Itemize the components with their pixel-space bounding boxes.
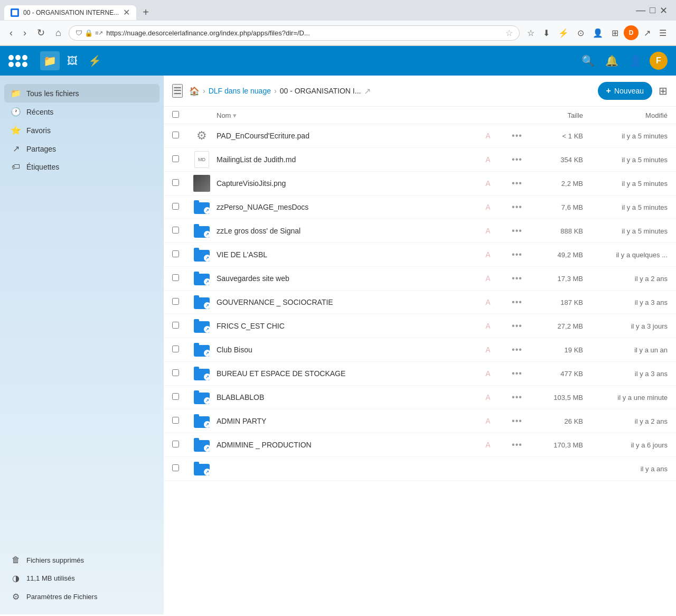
notifications-button[interactable]: 🔔	[602, 51, 622, 70]
file-actions-button[interactable]: •••	[512, 393, 522, 402]
row-checkbox[interactable]	[172, 464, 179, 471]
sync-button[interactable]: ⊙	[574, 26, 587, 40]
row-checkbox[interactable]	[172, 274, 179, 281]
search-button[interactable]: 🔍	[578, 51, 598, 70]
sidebar-item-settings[interactable]: ⚙ Paramètres de Fichiers	[4, 587, 159, 606]
file-name[interactable]: MailingList de Judith.md	[217, 155, 296, 164]
download-button[interactable]: ⬇	[540, 26, 553, 40]
photos-nav-icon[interactable]: 🖼	[64, 52, 81, 70]
grid-apps-button[interactable]: ⊞	[608, 26, 622, 40]
row-checkbox[interactable]	[172, 322, 179, 329]
file-actions-button[interactable]: •••	[512, 202, 522, 211]
file-name[interactable]: CaptureVisioJitsi.png	[217, 179, 286, 188]
nextcloud-logo[interactable]	[8, 55, 27, 67]
profile-button[interactable]: ↗	[641, 26, 654, 40]
file-name[interactable]: GOUVERNANCE _ SOCIOCRATIE	[217, 298, 333, 306]
new-tab-button[interactable]: +	[138, 4, 153, 21]
file-actions-button[interactable]: •••	[512, 416, 522, 425]
file-name[interactable]: PAD_EnCoursd'Ecriture.pad	[217, 132, 309, 140]
sidebar-item-all-files[interactable]: 📁 Tous les fichiers	[4, 84, 159, 102]
toggle-sidebar-button[interactable]: ☰	[172, 84, 183, 98]
file-actions-button[interactable]: •••	[512, 155, 522, 164]
star-icon[interactable]: ☆	[505, 28, 513, 38]
file-name[interactable]: ADMIMINE _ PRODUCTION	[217, 441, 312, 449]
breadcrumb-home-icon[interactable]: 🏠	[189, 86, 200, 96]
sidebar-item-tags[interactable]: 🏷 Étiquettes	[4, 158, 159, 176]
file-actions-button[interactable]: •••	[512, 274, 522, 283]
file-actions-button[interactable]: •••	[512, 131, 522, 140]
row-checkbox[interactable]	[172, 393, 179, 400]
sidebar-item-trash[interactable]: 🗑 Fichiers supprimés	[4, 551, 159, 569]
row-checkbox[interactable]	[172, 417, 179, 424]
file-name[interactable]: BLABLABLOB	[217, 393, 264, 402]
file-name[interactable]: zzPerso_NUAGE_mesDocs	[217, 203, 308, 211]
active-tab[interactable]: 00 - ORGANISATION INTERNE... ✕	[4, 5, 136, 20]
address-bar[interactable]: 🛡 🔒 ≡↗ ☆	[69, 25, 520, 41]
grid-view-button[interactable]: ⊞	[659, 85, 668, 97]
sidebar-item-favorites[interactable]: ⭐ Favoris	[4, 121, 159, 139]
file-name[interactable]: ADMIN PARTY	[217, 417, 266, 425]
contacts-button[interactable]: 👤	[626, 51, 645, 70]
url-input[interactable]	[106, 29, 502, 37]
file-actions-cell: •••	[504, 416, 530, 426]
file-name[interactable]: Club Bisou	[217, 346, 252, 354]
refresh-button[interactable]: ↻	[34, 25, 48, 41]
check-all-checkbox[interactable]	[172, 111, 179, 118]
row-checkbox[interactable]	[172, 250, 179, 257]
file-name[interactable]: FRICS C_EST CHIC	[217, 322, 285, 330]
back-button[interactable]: ‹	[6, 25, 16, 41]
file-actions-cell: •••	[504, 393, 530, 402]
folder-shared-icon: ↗	[194, 462, 210, 475]
sidebar-item-recent[interactable]: 🕐 Récents	[4, 102, 159, 121]
close-button[interactable]: ✕	[660, 5, 668, 16]
row-checkbox[interactable]	[172, 132, 179, 138]
file-share-cell: A	[472, 322, 504, 330]
sidebar-item-shares[interactable]: ↗ Partages	[4, 139, 159, 158]
file-name[interactable]: zzLe gros doss' de Signal	[217, 227, 301, 235]
file-actions-button[interactable]: •••	[512, 179, 522, 188]
row-checkbox[interactable]	[172, 346, 179, 352]
breadcrumb-share-icon[interactable]: ↗	[364, 86, 371, 96]
activity-nav-icon[interactable]: ⚡	[85, 51, 105, 70]
folder-shared-icon: ↗	[194, 248, 210, 262]
brave-button[interactable]: D	[624, 25, 639, 40]
file-name[interactable]: BUREAU ET ESPACE DE STOCKAGE	[217, 369, 345, 378]
files-nav-icon[interactable]: 📁	[40, 51, 60, 70]
row-checkbox-cell	[172, 155, 193, 164]
file-actions-button[interactable]: •••	[512, 440, 522, 449]
new-button[interactable]: + Nouveau	[598, 82, 652, 100]
row-checkbox[interactable]	[172, 179, 179, 186]
row-checkbox[interactable]	[172, 298, 179, 305]
file-name[interactable]: Sauvegardes site web	[217, 274, 289, 283]
extensions-button[interactable]: ⚡	[555, 26, 572, 40]
user-avatar[interactable]: F	[650, 52, 668, 70]
row-checkbox[interactable]	[172, 369, 179, 376]
file-name[interactable]: VIE DE L'ASBL	[217, 250, 267, 259]
tab-close-button[interactable]: ✕	[123, 8, 130, 17]
file-actions-cell: •••	[504, 226, 530, 236]
menu-button[interactable]: ☰	[656, 26, 670, 40]
forward-button[interactable]: ›	[20, 25, 30, 41]
favorites-button[interactable]: ☆	[524, 26, 538, 40]
minimize-button[interactable]: —	[636, 5, 645, 16]
share-letter: A	[485, 393, 490, 402]
file-actions-button[interactable]: •••	[512, 226, 522, 235]
share-letter: A	[485, 227, 490, 235]
file-actions-button[interactable]: •••	[512, 369, 522, 378]
row-checkbox[interactable]	[172, 441, 179, 447]
file-actions-button[interactable]: •••	[512, 297, 522, 306]
row-checkbox[interactable]	[172, 203, 179, 210]
file-actions-button[interactable]: •••	[512, 321, 522, 330]
row-checkbox[interactable]	[172, 155, 179, 162]
file-actions-button[interactable]: •••	[512, 345, 522, 354]
name-col-header[interactable]: Nom ▾	[217, 111, 472, 119]
file-actions-button[interactable]: •••	[512, 250, 522, 259]
folder-shared-icon: ↗	[194, 343, 210, 357]
account-button[interactable]: 👤	[589, 26, 606, 40]
sidebar-label-trash: Fichiers supprimés	[26, 556, 84, 564]
file-table: Nom ▾ Taille Modifié ⚙ PAD_EnCoursd'Ecri…	[164, 107, 676, 614]
breadcrumb-item-dlf[interactable]: DLF dans le nuage	[209, 87, 271, 95]
maximize-button[interactable]: □	[650, 5, 655, 16]
home-button[interactable]: ⌂	[52, 25, 64, 41]
row-checkbox[interactable]	[172, 227, 179, 234]
